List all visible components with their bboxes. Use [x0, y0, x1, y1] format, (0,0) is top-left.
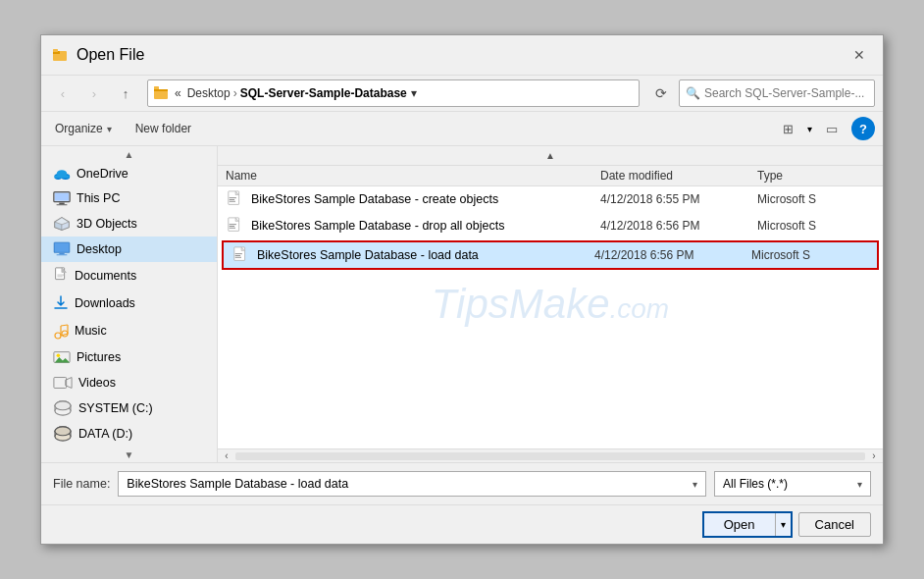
sidebar-item-pictures[interactable]: Pictures [41, 344, 217, 370]
svg-rect-60 [235, 253, 242, 254]
svg-rect-37 [54, 378, 67, 389]
sidebar-item-desktop[interactable]: Desktop [41, 237, 217, 262]
organize-chevron: ▾ [107, 124, 112, 134]
sidebar-label-music: Music [75, 324, 107, 338]
sidebar-item-music[interactable]: Music [41, 317, 217, 344]
desktop-icon [53, 241, 71, 257]
file-type-select[interactable]: All Files (*.*) ▾ [714, 471, 871, 497]
search-icon: 🔍 [686, 86, 700, 100]
open-dropdown-button[interactable]: ▾ [775, 513, 791, 536]
back-button[interactable]: ‹ [49, 79, 77, 107]
svg-rect-50 [230, 197, 236, 198]
sidebar-scroll-up[interactable]: ▲ [41, 146, 217, 162]
svg-rect-21 [57, 254, 68, 255]
sidebar-label-desktop: Desktop [77, 242, 122, 256]
breadcrumb-bar[interactable]: « Desktop › SQL-Server-Sample-Database ▾ [147, 79, 640, 107]
refresh-button[interactable]: ⟳ [647, 79, 675, 107]
new-folder-button[interactable]: New folder [129, 119, 197, 138]
up-button[interactable]: ↑ [112, 79, 139, 107]
sidebar-scroll-down[interactable]: ▼ [41, 447, 217, 462]
open-button[interactable]: Open [704, 513, 775, 536]
file-items: BikeStores Sample Database - create obje… [218, 186, 883, 448]
sidebar-item-onedrive[interactable]: OneDrive [41, 162, 217, 185]
music-icon [53, 322, 69, 340]
col-header-date[interactable]: Date modified [600, 169, 757, 183]
svg-line-33 [61, 325, 68, 326]
open-file-dialog: Open File ✕ ‹ › ↑ « Desktop › SQL-Server… [40, 34, 884, 545]
file-name-dropdown-icon[interactable]: ▾ [693, 479, 697, 490]
sidebar-item-videos[interactable]: Videos [41, 370, 217, 395]
file-date-selected: 4/12/2018 6:56 PM [594, 248, 751, 262]
file-name-input[interactable]: BikeStores Sample Database - load data ▾ [118, 471, 706, 497]
sidebar-label-systemc: SYSTEM (C:) [78, 401, 153, 415]
svg-rect-52 [230, 201, 235, 202]
breadcrumb-sep2: › [233, 86, 237, 100]
close-button[interactable]: ✕ [847, 43, 871, 67]
sidebar-label-datad: DATA (D:) [78, 427, 132, 441]
organize-button[interactable]: Organize ▾ [49, 119, 118, 138]
file-name-value: BikeStores Sample Database - load data [127, 477, 693, 491]
scroll-left-button[interactable]: ‹ [220, 449, 233, 463]
layout-button[interactable]: ▭ [818, 116, 846, 141]
videos-icon [53, 375, 73, 391]
col-header-name[interactable]: Name [226, 169, 600, 183]
table-row-selected[interactable]: BikeStores Sample Database - load data 4… [222, 240, 879, 270]
sidebar-item-systemc[interactable]: SYSTEM (C:) [41, 395, 217, 421]
svg-rect-5 [154, 89, 168, 91]
file-date: 4/12/2018 6:55 PM [600, 192, 757, 206]
scroll-up-arrow[interactable]: ▲ [545, 150, 555, 161]
sidebar-label-downloads: Downloads [75, 296, 135, 310]
file-name-label: File name: [53, 477, 110, 491]
file-type-dropdown-icon[interactable]: ▾ [857, 479, 862, 490]
file-list-scroll-header[interactable]: ▲ [218, 146, 883, 166]
scroll-track[interactable] [235, 452, 865, 460]
svg-rect-20 [59, 253, 64, 255]
downloads-icon [53, 294, 69, 312]
view-chevron[interactable]: ▾ [807, 124, 812, 134]
svg-rect-19 [55, 243, 69, 252]
table-row[interactable]: BikeStores Sample Database - create obje… [218, 186, 883, 213]
sidebar-item-documents[interactable]: Documents [41, 262, 217, 290]
toolbar-right: ⊞ ▾ ▭ ? [774, 116, 875, 141]
sidebar-item-datad[interactable]: DATA (D:) [41, 421, 217, 447]
dialog-title: Open File [77, 46, 144, 64]
sidebar-item-downloads[interactable]: Downloads [41, 290, 217, 317]
svg-point-35 [57, 353, 61, 357]
breadcrumb-dropdown[interactable]: ▾ [411, 86, 417, 100]
file-date: 4/12/2018 6:56 PM [600, 219, 757, 233]
scroll-right-button[interactable]: › [867, 449, 881, 463]
sidebar-item-thispc[interactable]: This PC [41, 185, 217, 211]
sidebar-label-thispc: This PC [77, 191, 120, 205]
file-type: Microsoft S [757, 219, 875, 233]
svg-rect-11 [59, 203, 64, 205]
search-input[interactable] [704, 86, 868, 100]
col-header-type[interactable]: Type [757, 169, 875, 183]
organize-label: Organize [55, 122, 103, 135]
breadcrumb-part2[interactable]: SQL-Server-Sample-Database [240, 86, 407, 100]
forward-button[interactable]: › [80, 79, 108, 107]
svg-rect-12 [57, 204, 68, 205]
svg-rect-61 [235, 255, 240, 256]
sidebar-item-3dobjects[interactable]: 3D Objects [41, 211, 217, 237]
horizontal-scrollbar[interactable]: ‹ › [218, 448, 883, 462]
search-box[interactable]: 🔍 [679, 79, 875, 107]
view-button[interactable]: ⊞ [774, 116, 801, 141]
cancel-button[interactable]: Cancel [798, 512, 871, 537]
title-bar-left: Open File [53, 46, 144, 64]
svg-point-28 [55, 333, 61, 339]
view-icon: ⊞ [783, 122, 794, 136]
onedrive-icon [53, 167, 71, 181]
pc-icon [53, 190, 71, 206]
pictures-icon [53, 349, 71, 365]
help-button[interactable]: ? [851, 117, 875, 140]
table-row[interactable]: BikeStores Sample Database - drop all ob… [218, 213, 883, 239]
datad-icon [53, 426, 73, 442]
nav-bar: ‹ › ↑ « Desktop › SQL-Server-Sample-Data… [41, 76, 883, 112]
svg-marker-36 [55, 357, 70, 362]
new-folder-label: New folder [135, 122, 191, 135]
file-type-selected: Microsoft S [751, 248, 869, 262]
breadcrumb-part1[interactable]: Desktop [187, 86, 231, 100]
file-name-selected: BikeStores Sample Database - load data [257, 248, 594, 262]
systemc-icon [53, 400, 73, 416]
sidebar-label-videos: Videos [78, 376, 116, 390]
